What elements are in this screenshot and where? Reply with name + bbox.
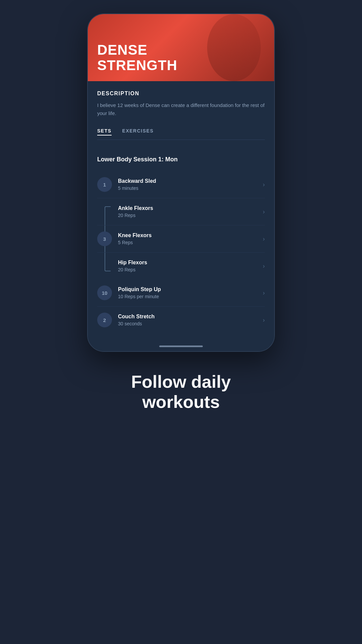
session-area: Lower Body Session 1: Mon 1 Backward Sle… — [88, 147, 274, 340]
exercise-detail-ankle-flexors: 20 Reps — [118, 213, 263, 218]
exercise-detail-poliquin: 10 Reps per minute — [118, 294, 263, 299]
description-text: I believe 12 weeks of Dense can create a… — [97, 101, 265, 117]
bottom-cta-line2: workouts — [142, 392, 220, 412]
exercise-detail-couch-stretch: 30 seconds — [118, 321, 263, 326]
bottom-cta-section: Follow daily workouts — [104, 372, 258, 412]
home-indicator-area — [88, 340, 274, 351]
phone-mockup: DENSE STRENGTH DESCRIPTION I believe 12 … — [87, 13, 275, 352]
exercise-num-1: 1 — [97, 177, 112, 192]
exercise-num-3: 3 — [97, 231, 112, 246]
bottom-cta-line1: Follow daily — [131, 372, 231, 391]
exercise-name-ankle-flexors: Ankle Flexors — [118, 205, 263, 211]
chevron-right-icon-poliquin: › — [263, 289, 265, 297]
superset-group-a: Ankle Flexors 20 Reps › 3 Knee Flexors 5… — [97, 198, 265, 279]
exercise-item-couch-stretch[interactable]: 2 Couch Stretch 30 seconds › — [97, 307, 265, 333]
exercise-detail-backward-sled: 5 minutes — [118, 185, 263, 191]
exercise-item-ankle-flexors[interactable]: Ankle Flexors 20 Reps › — [97, 198, 265, 225]
exercise-num-2: 2 — [97, 313, 112, 327]
exercise-item-knee-flexors[interactable]: 3 Knee Flexors 5 Reps › — [97, 225, 265, 253]
tabs-bar: SETS EXERCISES — [97, 128, 265, 140]
hero-figure-decoration — [204, 14, 264, 81]
exercise-name-hip-flexors: Hip Flexors — [118, 260, 263, 266]
exercise-item-hip-flexors[interactable]: Hip Flexors 20 Reps › — [97, 253, 265, 279]
exercise-info-poliquin: Poliquin Step Up 10 Reps per minute — [118, 286, 263, 299]
chevron-right-icon-ankle: › — [263, 208, 265, 215]
session-title: Lower Body Session 1: Mon — [97, 156, 265, 163]
exercise-detail-knee-flexors: 5 Reps — [118, 240, 263, 245]
exercise-name-couch-stretch: Couch Stretch — [118, 314, 263, 320]
exercise-item-backward-sled[interactable]: 1 Backward Sled 5 minutes › — [97, 171, 265, 198]
app-title: DENSE STRENGTH — [97, 42, 177, 73]
exercise-info-backward-sled: Backward Sled 5 minutes — [118, 178, 263, 191]
exercise-name-knee-flexors: Knee Flexors — [118, 232, 263, 238]
exercise-info-ankle-flexors: Ankle Flexors 20 Reps — [118, 205, 263, 218]
chevron-right-icon-hip: › — [263, 263, 265, 270]
hero-title-line1: DENSE — [97, 42, 147, 58]
exercise-list: 1 Backward Sled 5 minutes › Ankle Flexor… — [97, 171, 265, 333]
chevron-right-icon-knee: › — [263, 235, 265, 243]
bottom-cta-text: Follow daily workouts — [131, 372, 231, 412]
exercise-info-couch-stretch: Couch Stretch 30 seconds — [118, 314, 263, 326]
exercise-name-poliquin: Poliquin Step Up — [118, 286, 263, 292]
description-section: DESCRIPTION I believe 12 weeks of Dense … — [88, 81, 274, 147]
exercise-info-hip-flexors: Hip Flexors 20 Reps — [118, 260, 263, 272]
exercise-item-poliquin-step-up[interactable]: 10 Poliquin Step Up 10 Reps per minute › — [97, 279, 265, 307]
exercise-name-backward-sled: Backward Sled — [118, 178, 263, 184]
hero-section: DENSE STRENGTH — [88, 14, 274, 81]
tab-exercises[interactable]: EXERCISES — [122, 128, 154, 136]
description-label: DESCRIPTION — [97, 91, 265, 97]
hero-title-line2: STRENGTH — [97, 57, 177, 73]
chevron-right-icon-couch: › — [263, 317, 265, 324]
exercise-info-knee-flexors: Knee Flexors 5 Reps — [118, 232, 263, 245]
tab-sets[interactable]: SETS — [97, 128, 112, 136]
home-indicator-bar — [159, 345, 203, 347]
exercise-detail-hip-flexors: 20 Reps — [118, 267, 263, 272]
chevron-right-icon: › — [263, 181, 265, 188]
exercise-num-10: 10 — [97, 285, 112, 300]
